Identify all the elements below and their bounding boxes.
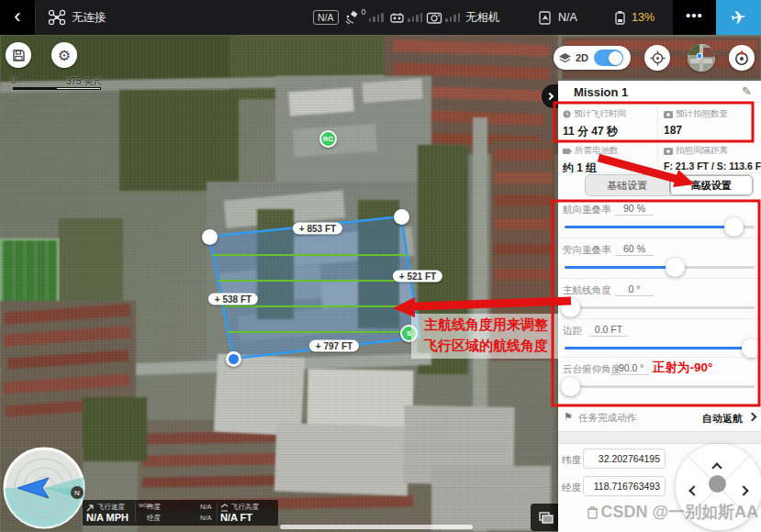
- nudge-center-button[interactable]: [709, 475, 726, 493]
- back-button[interactable]: ‹: [0, 0, 35, 35]
- polygon-vertex-handle-selected[interactable]: [226, 351, 241, 367]
- polygon-vertex-handle[interactable]: [394, 209, 409, 225]
- more-menu-button[interactable]: •••: [673, 0, 716, 35]
- divider: [558, 238, 761, 238]
- slider-value-input[interactable]: 0 °: [615, 283, 654, 296]
- slider-knob[interactable]: [561, 377, 580, 396]
- slider-knob[interactable]: [561, 298, 580, 317]
- edge-distance-label-right: + 521 FT: [393, 271, 442, 283]
- finish-action-row[interactable]: ⚑ 任务完成动作 自动返航: [558, 407, 761, 431]
- divider: [558, 318, 761, 319]
- telemetry-lng-value: N/A: [200, 514, 212, 522]
- nudge-right-button[interactable]: [740, 482, 747, 498]
- divider: [217, 503, 218, 523]
- takeoff-button[interactable]: ✈: [716, 0, 761, 35]
- slider-knob[interactable]: [666, 258, 685, 277]
- gear-icon: ⚙: [58, 47, 71, 64]
- edge-distance-label-left: + 538 FT: [208, 294, 258, 305]
- slider-margin: 边距 0.0 FT: [558, 323, 761, 361]
- layers-icon: [539, 512, 554, 524]
- wgs-label: WGS: [139, 503, 146, 508]
- tab-basic-settings[interactable]: 基础设置: [586, 175, 669, 195]
- section-divider: [558, 431, 761, 444]
- slider-course-overlap: 航向重叠率 90 %: [558, 202, 761, 240]
- edit-mission-icon[interactable]: ✎: [742, 84, 752, 98]
- watermark-text: CSDN @一别如斯AA: [600, 501, 758, 523]
- finish-action-value: 自动返航: [702, 412, 743, 426]
- altitude-label: 飞行高度: [231, 503, 259, 512]
- satellite-icon: [343, 10, 360, 25]
- stat-label: 所需电池数: [575, 145, 619, 157]
- annotation-line1: 主航线角度用来调整: [411, 314, 561, 335]
- slider-track[interactable]: [565, 266, 755, 269]
- home-indicator: [280, 525, 473, 529]
- tab-advanced-settings[interactable]: 高级设置: [669, 175, 754, 195]
- map-mode-pill[interactable]: 2D: [554, 46, 631, 70]
- slider-value-input[interactable]: 60 %: [615, 243, 654, 256]
- top-toolbar: ‹ 无连接 N/A 0: [0, 0, 761, 35]
- aircraft-status-icon: [538, 10, 554, 26]
- mission-header: Mission 1 ✎: [558, 81, 761, 103]
- mission-panel: Mission 1 ✎ 预计飞行时间 11 分 47 秒 预计拍照数量 187 …: [558, 81, 761, 532]
- slider-knob[interactable]: [742, 338, 761, 358]
- stat-label: 预计拍照数量: [676, 108, 728, 120]
- save-icon: [12, 49, 26, 62]
- slider-value-input[interactable]: -90.0 °: [610, 362, 649, 375]
- gps-group: N/A 0: [313, 0, 384, 35]
- map-layers-button[interactable]: [531, 504, 561, 531]
- slider-track[interactable]: [565, 226, 755, 228]
- slider-label: 旁向重叠率: [563, 244, 611, 257]
- gps-signal-bars: [369, 13, 384, 22]
- camera-icon: [426, 11, 442, 25]
- locate-button[interactable]: [644, 45, 670, 71]
- slider-track[interactable]: [565, 306, 755, 309]
- compass-widget: N: [3, 447, 85, 529]
- battery-icon: [613, 10, 627, 26]
- telemetry-lat-value: N/A: [200, 503, 212, 511]
- slider-label: 边距: [563, 325, 582, 338]
- latitude-field[interactable]: 32.202764195: [583, 449, 666, 469]
- mission-settings-button[interactable]: ⚙: [51, 42, 77, 68]
- scale-bar: [13, 87, 101, 90]
- slider-track[interactable]: [565, 385, 755, 388]
- nudge-up-button[interactable]: [713, 459, 721, 475]
- altitude-icon: [220, 504, 229, 512]
- polygon-vertex-handle[interactable]: [202, 229, 218, 245]
- gimbal-annotation: 正射为-90°: [653, 360, 712, 376]
- annotation-line2: 飞行区域的航线角度: [411, 335, 561, 356]
- rc-signal-bars: [408, 13, 422, 22]
- app-root: S RC + 853 FT + 521 FT + 538 FT + 797 FT…: [0, 0, 761, 532]
- slider-main-route-angle: 主航线角度 0 °: [558, 283, 761, 321]
- settings-tabs: 基础设置 高级设置: [585, 174, 754, 196]
- flag-icon: ⚑: [564, 411, 573, 423]
- drone-status-group: 无连接: [48, 0, 106, 35]
- minimap-button[interactable]: [688, 44, 715, 72]
- rc-location-marker: RC: [319, 130, 337, 148]
- nudge-left-button[interactable]: [690, 482, 698, 498]
- gps-mode-badge: N/A: [313, 10, 339, 25]
- divider: [558, 200, 761, 201]
- scale-zero: 0: [11, 75, 17, 85]
- telemetry-lng-label: 经度: [147, 514, 161, 523]
- stat-label: 预计飞行时间: [574, 108, 626, 120]
- divider: [35, 4, 36, 31]
- chevron-right-icon: [748, 413, 757, 422]
- stat-label: 拍照间隔距离: [676, 145, 728, 157]
- slider-knob[interactable]: [724, 217, 744, 237]
- slider-value-input[interactable]: 0.0 FT: [589, 324, 628, 337]
- stat-batteries: 所需电池数 约 1 组: [563, 145, 662, 176]
- save-mission-button[interactable]: [6, 42, 31, 68]
- slider-track[interactable]: [565, 347, 755, 349]
- edge-distance-label-bottom: + 797 FT: [309, 340, 359, 352]
- aircraft-battery-group: N/A: [538, 0, 577, 35]
- slider-value-input[interactable]: 90 %: [615, 203, 654, 216]
- longitude-field[interactable]: 118.716763493: [583, 476, 666, 496]
- scale-label: 375 英尺: [66, 75, 102, 88]
- stat-photo-interval: 拍照间隔距离 F: 21.3 FT / S: 113.6 FT: [664, 145, 761, 172]
- clock-icon: [563, 110, 571, 118]
- map-2d-toggle[interactable]: [594, 50, 623, 66]
- trash-icon: [587, 505, 599, 519]
- slider-label: 主航线角度: [563, 284, 611, 297]
- compass-reset-button[interactable]: [729, 45, 755, 71]
- telemetry-bar: 飞行速度 N/A MPH WGS 纬度 N/A 经度 N/A 飞行高度 N/A …: [83, 500, 278, 526]
